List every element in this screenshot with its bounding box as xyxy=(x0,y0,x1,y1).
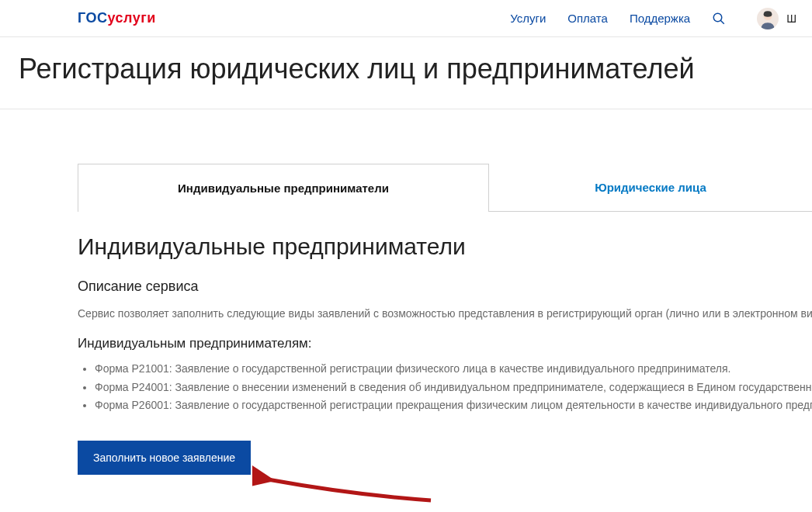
svg-line-1 xyxy=(720,20,724,24)
forms-list: Форма Р21001: Заявление о государственно… xyxy=(78,361,812,414)
list-item: Форма Р21001: Заявление о государственно… xyxy=(95,361,812,378)
new-application-button[interactable]: Заполнить новое заявление xyxy=(78,441,251,475)
search-icon[interactable] xyxy=(712,12,726,26)
avatar[interactable] xyxy=(757,8,779,29)
nav-support[interactable]: Поддержка xyxy=(630,12,690,25)
list-item: Форма Р24001: Заявление о внесении измен… xyxy=(95,379,812,396)
logo-part2: услуги xyxy=(107,10,155,26)
section-title: Индивидуальные предприниматели xyxy=(78,234,812,260)
header: госуслуги Услуги Оплата Поддержка Ш xyxy=(0,0,812,37)
logo[interactable]: госуслуги xyxy=(78,10,156,26)
nav-services[interactable]: Услуги xyxy=(510,12,546,25)
tab-ip[interactable]: Индивидуальные предприниматели xyxy=(78,164,489,212)
nav-payment[interactable]: Оплата xyxy=(567,12,608,25)
nav: Услуги Оплата Поддержка xyxy=(510,12,726,26)
svg-point-0 xyxy=(713,13,722,22)
ip-heading: Индивидуальным предпринимателям: xyxy=(78,336,812,351)
service-desc-text: Сервис позволяет заполнить следующие вид… xyxy=(78,306,812,322)
page-title-wrap: Регистрация юридических лиц и предприним… xyxy=(0,37,812,109)
tab-legal[interactable]: Юридические лица xyxy=(489,164,812,212)
list-item: Форма Р26001: Заявление о государственно… xyxy=(95,397,812,414)
tabs: Индивидуальные предприниматели Юридическ… xyxy=(78,164,812,212)
content: Индивидуальные предприниматели Юридическ… xyxy=(0,109,812,506)
logo-part1: гос xyxy=(78,10,107,26)
page-title: Регистрация юридических лиц и предприним… xyxy=(19,53,812,85)
user-initial: Ш xyxy=(786,12,796,25)
service-desc-heading: Описание сервиса xyxy=(78,278,812,295)
